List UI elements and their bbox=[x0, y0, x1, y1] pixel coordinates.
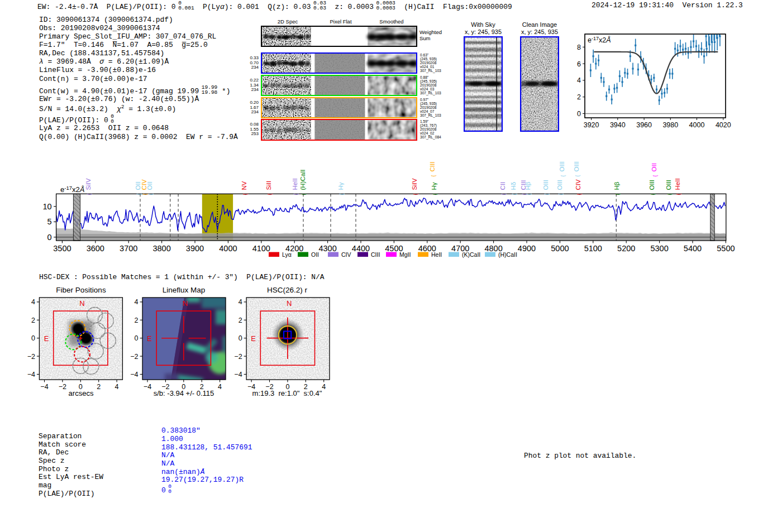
svg-text:e-17x2Å: e-17x2Å bbox=[588, 36, 611, 44]
svg-text:4: 4 bbox=[239, 298, 242, 306]
svg-text:SiII: SiII bbox=[265, 181, 272, 190]
svg-text:0: 0 bbox=[31, 334, 35, 342]
svg-text:(H)CaII: (H)CaII bbox=[498, 251, 517, 258]
svg-text:3940: 3940 bbox=[610, 121, 626, 129]
svg-text:3500: 3500 bbox=[53, 244, 71, 253]
svg-text:{: { bbox=[558, 193, 564, 195]
svg-text:Hδ: Hδ bbox=[510, 182, 517, 190]
svg-text:{: { bbox=[148, 193, 154, 195]
svg-text:0: 0 bbox=[47, 233, 52, 242]
svg-text:CIV: CIV bbox=[341, 251, 351, 258]
svg-text:4: 4 bbox=[135, 298, 139, 306]
svg-text:OIII: OIII bbox=[649, 180, 655, 190]
svg-text:OIII: OIII bbox=[573, 161, 580, 172]
svg-text:5100: 5100 bbox=[584, 244, 602, 253]
svg-text:CIII: CIII bbox=[429, 162, 436, 172]
svg-text:4900: 4900 bbox=[518, 244, 536, 253]
svg-text:{: { bbox=[339, 193, 345, 195]
svg-text:{: { bbox=[676, 193, 681, 195]
svg-text:Lyα: Lyα bbox=[282, 251, 292, 258]
svg-text:2: 2 bbox=[239, 317, 242, 324]
svg-text:CIII: CIII bbox=[371, 251, 380, 258]
svg-text:HeII: HeII bbox=[292, 178, 298, 190]
svg-text:{: { bbox=[431, 175, 436, 176]
svg-text:{: { bbox=[650, 193, 656, 195]
svg-text:10: 10 bbox=[42, 202, 51, 211]
svg-text:3960: 3960 bbox=[636, 121, 652, 129]
svg-text:{: { bbox=[652, 175, 658, 176]
svg-text:SiIV: SiIV bbox=[411, 178, 418, 190]
svg-text:3800: 3800 bbox=[152, 244, 170, 253]
svg-text:{: { bbox=[501, 193, 507, 195]
svg-text:{: { bbox=[544, 193, 550, 195]
svg-text:4: 4 bbox=[577, 76, 581, 84]
svg-text:{: { bbox=[512, 193, 517, 195]
svg-text:CII: CII bbox=[499, 182, 506, 190]
svg-text:OIII: OIII bbox=[556, 180, 563, 190]
svg-text:{: { bbox=[301, 193, 307, 195]
svg-text:4000: 4000 bbox=[219, 244, 237, 253]
svg-text:−4: −4 bbox=[234, 371, 242, 378]
svg-text:−2: −2 bbox=[27, 353, 35, 361]
svg-text:2: 2 bbox=[135, 317, 139, 324]
svg-text:8: 8 bbox=[577, 44, 581, 51]
svg-text:4300: 4300 bbox=[318, 244, 336, 253]
svg-text:{: { bbox=[136, 193, 142, 195]
svg-text:HeII: HeII bbox=[431, 251, 442, 258]
svg-text:N: N bbox=[287, 299, 292, 308]
svg-text:{: { bbox=[432, 193, 438, 195]
svg-text:3600: 3600 bbox=[87, 244, 104, 253]
svg-text:−4: −4 bbox=[27, 371, 35, 378]
svg-text:5: 5 bbox=[47, 217, 52, 226]
svg-text:2: 2 bbox=[577, 93, 581, 101]
svg-text:−2: −2 bbox=[234, 353, 242, 361]
svg-text:6: 6 bbox=[577, 60, 581, 68]
svg-text:E: E bbox=[251, 334, 256, 343]
svg-text:OII: OII bbox=[146, 181, 153, 190]
svg-text:OIII: OIII bbox=[559, 161, 565, 172]
svg-text:0: 0 bbox=[239, 334, 242, 342]
svg-text:{: { bbox=[242, 193, 248, 195]
svg-text:e-17x2Å: e-17x2Å bbox=[60, 185, 84, 194]
svg-text:OII: OII bbox=[651, 163, 657, 171]
svg-text:{: { bbox=[575, 175, 580, 176]
svg-text:{: { bbox=[413, 193, 418, 195]
svg-text:4000: 4000 bbox=[689, 121, 705, 129]
svg-text:{: { bbox=[667, 193, 673, 195]
svg-text:{: { bbox=[267, 193, 273, 195]
svg-text:Hγ: Hγ bbox=[431, 182, 437, 190]
svg-text:{: { bbox=[293, 193, 299, 195]
svg-text:SiIV: SiIV bbox=[85, 178, 92, 190]
svg-text:Hβ: Hβ bbox=[613, 181, 620, 190]
svg-text:HeII: HeII bbox=[674, 178, 681, 190]
svg-text:4400: 4400 bbox=[352, 244, 370, 253]
svg-text:N: N bbox=[79, 299, 84, 308]
svg-text:{: { bbox=[615, 193, 621, 195]
svg-text:5300: 5300 bbox=[650, 244, 668, 253]
svg-text:4020: 4020 bbox=[716, 121, 731, 129]
svg-text:3920: 3920 bbox=[584, 121, 599, 129]
svg-text:(K)CaII: (K)CaII bbox=[462, 251, 480, 258]
svg-text:−4: −4 bbox=[130, 371, 138, 378]
svg-text:Hγ: Hγ bbox=[337, 182, 344, 190]
svg-text:N: N bbox=[183, 299, 188, 308]
svg-text:{: { bbox=[142, 193, 148, 195]
svg-text:{: { bbox=[560, 175, 566, 176]
svg-text:5400: 5400 bbox=[684, 244, 702, 253]
svg-text:5200: 5200 bbox=[617, 244, 635, 253]
svg-text:MgII: MgII bbox=[399, 251, 411, 258]
svg-text:OII: OII bbox=[311, 251, 319, 258]
svg-text:E: E bbox=[147, 334, 152, 343]
svg-text:0: 0 bbox=[577, 110, 581, 118]
svg-text:(H)CaII: (H)CaII bbox=[299, 169, 306, 190]
svg-text:4: 4 bbox=[31, 298, 35, 306]
svg-text:CIV: CIV bbox=[575, 179, 581, 190]
svg-text:5500: 5500 bbox=[717, 244, 735, 253]
svg-text:−2: −2 bbox=[130, 353, 138, 361]
svg-text:NV: NV bbox=[241, 181, 247, 190]
svg-text:3700: 3700 bbox=[120, 244, 137, 253]
svg-text:E: E bbox=[44, 334, 49, 343]
svg-text:{: { bbox=[87, 193, 92, 195]
svg-text:2: 2 bbox=[31, 317, 35, 324]
svg-text:4100: 4100 bbox=[252, 244, 270, 253]
